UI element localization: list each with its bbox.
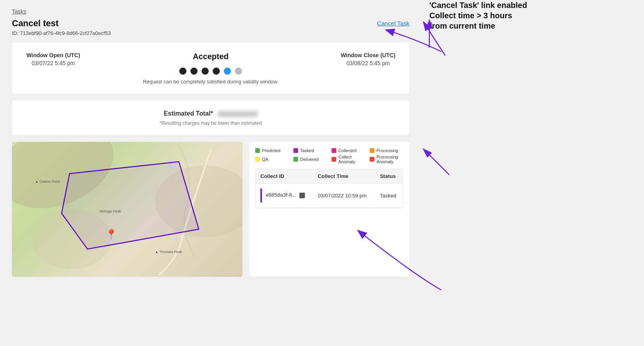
breadcrumb: Tasks — [12, 8, 409, 15]
legend-collect-anomaly: Collect Anomaly — [332, 155, 365, 164]
map-label-timosea: ▲ Timosea Peak — [155, 250, 182, 254]
annotation-collect-time-text: Collect time > 3 hoursfrom current time — [429, 10, 628, 31]
window-open-label: Window Open (UTC) — [21, 52, 85, 58]
dot-5 — [224, 68, 231, 75]
legend-color-processing-anomaly — [370, 157, 374, 162]
collects-table: Collect ID Collect Time Status e8858a3f-… — [256, 169, 403, 208]
copy-icon[interactable] — [299, 193, 305, 198]
legend-qa: QA — [255, 155, 289, 164]
accepted-title: Accepted — [193, 52, 229, 61]
task-title: Cancel test — [12, 18, 111, 29]
col-collect-time: Collect Time — [313, 169, 375, 184]
legend-processing: Processing — [370, 148, 403, 153]
window-open-value: 03/07/22 5:45 pm — [21, 60, 85, 66]
svg-marker-0 — [62, 162, 199, 249]
legend-color-collect-anomaly — [332, 157, 336, 162]
window-close-value: 03/08/22 5:45 pm — [336, 60, 400, 66]
annotation-collect-time: Collect time > 3 hoursfrom current time — [429, 10, 628, 31]
cell-collect-time: 03/07/2022 10:59 pm — [313, 184, 375, 208]
dot-3 — [202, 68, 209, 75]
legend-table-container: Predicted Tasked Collected Processing — [249, 142, 409, 277]
legend-predicted: Predicted — [255, 148, 289, 153]
status-dots — [179, 68, 242, 75]
legend-color-predicted — [255, 148, 260, 153]
annotation-cancel-task: 'Cancel Task' link enabled — [429, 0, 628, 10]
estimated-note: *Resulting charges may be lower than est… — [21, 120, 400, 126]
dot-4 — [213, 68, 220, 75]
window-close-label: Window Close (UTC) — [336, 52, 400, 58]
col-status: Status — [375, 169, 403, 184]
dot-2 — [190, 68, 198, 75]
cell-collect-id: e8858a3f-8... — [256, 184, 313, 208]
accepted-description: Request can be completely satisfied duri… — [143, 79, 278, 85]
task-id: ID: 713ebf90-af76-4fc9-8d66-2cf27a0ecf53 — [12, 30, 111, 36]
estimated-card: Estimated Total* *Resulting charges may … — [12, 101, 409, 135]
notes-area: 'Cancel Task' link enabled Collect time … — [421, 0, 644, 346]
accepted-card: Window Open (UTC) 03/07/22 5:45 pm Accep… — [12, 43, 409, 94]
map-label-owens: ▲ Owens Point — [35, 180, 60, 184]
col-collect-id: Collect ID — [256, 169, 313, 184]
legend-color-collected — [332, 148, 336, 153]
estimated-label: Estimated Total* — [164, 110, 213, 117]
map-container: ▲ Owens Point Wotoga Peak ▲ Timosea Peak… — [12, 142, 242, 277]
legend-color-processing — [370, 148, 374, 153]
table-row: e8858a3f-8... 03/07/2022 10:59 pm Tasked — [256, 184, 403, 208]
legend-delivered: Delivered — [293, 155, 327, 164]
legend-collected: Collected — [332, 148, 365, 153]
legend-processing-anomaly: Processing Anomaly — [370, 155, 403, 164]
legend-color-qa — [255, 157, 260, 162]
dot-1 — [179, 68, 186, 75]
collects-table-container: Collect ID Collect Time Status e8858a3f-… — [255, 169, 403, 208]
cell-status: Tasked — [375, 184, 403, 208]
legend-color-tasked — [293, 148, 298, 153]
tasks-link[interactable]: Tasks — [12, 8, 26, 15]
cancel-task-link[interactable]: Cancel Task — [377, 20, 409, 27]
annotation-cancel-text: 'Cancel Task' link enabled — [429, 0, 628, 10]
estimated-value — [218, 111, 258, 117]
map-label-wotoga: Wotoga Peak — [99, 209, 121, 213]
map-pin: 📍 — [105, 230, 117, 239]
dot-6 — [235, 68, 242, 75]
legend-grid: Predicted Tasked Collected Processing — [255, 148, 403, 164]
legend-tasked: Tasked — [293, 148, 327, 153]
legend-color-delivered — [293, 157, 298, 162]
row-indicator — [260, 188, 262, 203]
